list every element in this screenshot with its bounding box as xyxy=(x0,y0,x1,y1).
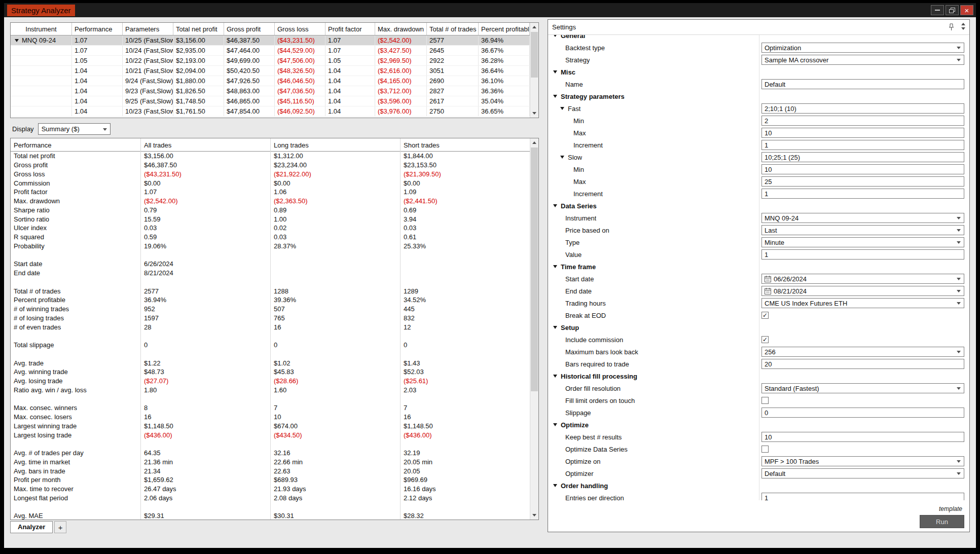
select-optimizer[interactable]: Default xyxy=(761,468,964,478)
checkbox-break-at-eod[interactable]: ✓ xyxy=(761,312,769,319)
summary-scrollbar[interactable] xyxy=(530,138,538,520)
settings-row-entries-per-direction[interactable]: Entries per direction1 xyxy=(548,492,969,500)
settings-row-name[interactable]: NameDefault xyxy=(548,78,969,90)
select-strategy[interactable]: Sample MA crossover xyxy=(761,55,964,65)
settings-row-type[interactable]: TypeMinute xyxy=(548,236,969,248)
checkbox-optimize-data-series[interactable] xyxy=(761,446,769,453)
input-min[interactable]: 10 xyxy=(761,164,964,174)
input-keep-best-results[interactable]: 10 xyxy=(761,432,964,442)
results-row[interactable]: 1.0410/23 (Fast,Slow)$1,761.50$47,854.00… xyxy=(11,106,530,117)
input-min[interactable]: 2 xyxy=(761,116,964,126)
minimize-button[interactable] xyxy=(931,5,944,15)
title-bar[interactable]: Strategy Analyzer × xyxy=(4,3,976,17)
settings-row-min[interactable]: Min2 xyxy=(548,115,969,127)
input-increment[interactable]: 1 xyxy=(761,189,964,199)
settings-row-break-at-eod[interactable]: Break at EOD✓ xyxy=(548,309,969,321)
input-entries-per-direction[interactable]: 1 xyxy=(761,493,964,500)
settings-row-increment[interactable]: Increment1 xyxy=(548,139,969,151)
expander-icon[interactable] xyxy=(553,265,557,268)
row-expander-icon[interactable] xyxy=(15,39,19,42)
results-column-header-gross-loss[interactable]: Gross loss xyxy=(275,23,325,35)
expander-icon[interactable] xyxy=(553,375,557,378)
settings-row-price-based-on[interactable]: Price based onLast xyxy=(548,224,969,236)
checkbox-include-commission[interactable]: ✓ xyxy=(761,336,769,343)
results-row[interactable]: 1.0410/21 (Fast,Slow)$2,094.00$50,420.50… xyxy=(11,66,530,76)
settings-row-end-date[interactable]: End date08/21/2024 xyxy=(548,285,969,297)
input-name[interactable]: Default xyxy=(761,79,964,89)
settings-row-strategy-parameters[interactable]: Strategy parameters xyxy=(548,90,969,102)
results-column-header-total-net-profit[interactable]: Total net profit xyxy=(173,23,224,35)
select-instrument[interactable]: MNQ 09-24 xyxy=(761,213,964,223)
results-column-header-parameters[interactable]: Parameters xyxy=(123,23,173,35)
results-grid-scrollbar[interactable] xyxy=(530,23,538,118)
settings-row-value[interactable]: Value1 xyxy=(548,248,969,261)
spin-up-icon[interactable] xyxy=(961,23,965,25)
results-column-header-instrument[interactable]: Instrument xyxy=(11,23,72,35)
select-optimize-on[interactable]: MPF > 100 Trades xyxy=(761,456,964,466)
scrollbar-thumb[interactable] xyxy=(531,32,538,78)
settings-row-misc[interactable]: Misc xyxy=(548,66,969,78)
spin-down-icon[interactable] xyxy=(961,27,965,30)
select-end-date[interactable]: 08/21/2024 xyxy=(761,286,964,296)
expander-icon[interactable] xyxy=(560,107,564,110)
expander-icon[interactable] xyxy=(553,95,557,98)
settings-row-min[interactable]: Min10 xyxy=(548,163,969,175)
results-column-header-performance[interactable]: Performance xyxy=(72,23,123,35)
expander-icon[interactable] xyxy=(553,35,557,37)
settings-row-fill-limit-orders-on-touch[interactable]: Fill limit orders on touch xyxy=(548,394,969,407)
select-trading-hours[interactable]: CME US Index Futures ETH xyxy=(761,298,964,308)
results-column-header-total-of-trades[interactable]: Total # of trades xyxy=(427,23,479,35)
settings-row-fast[interactable]: Fast2;10;1 (10) xyxy=(548,102,969,115)
select-price-based-on[interactable]: Last xyxy=(761,225,964,235)
settings-row-instrument[interactable]: InstrumentMNQ 09-24 xyxy=(548,212,969,224)
settings-row-backtest-type[interactable]: Backtest typeOptimization xyxy=(548,42,969,54)
settings-row-start-date[interactable]: Start date06/26/2024 xyxy=(548,273,969,285)
display-select[interactable]: Summary ($) xyxy=(38,123,111,135)
settings-row-increment[interactable]: Increment1 xyxy=(548,188,969,200)
settings-row-include-commission[interactable]: Include commission✓ xyxy=(548,334,969,346)
expander-icon[interactable] xyxy=(553,204,557,207)
select-order-fill-resolution[interactable]: Standard (Fastest) xyxy=(761,383,964,393)
input-max[interactable]: 25 xyxy=(761,176,964,187)
select-start-date[interactable]: 06/26/2024 xyxy=(761,274,964,284)
checkbox-fill-limit-orders-on-touch[interactable] xyxy=(761,397,769,404)
expander-icon[interactable] xyxy=(553,484,557,487)
expander-icon[interactable] xyxy=(553,326,557,329)
settings-row-optimizer[interactable]: OptimizerDefault xyxy=(548,467,969,479)
settings-row-order-handling[interactable]: Order handling xyxy=(548,479,969,492)
results-column-header-profit-factor[interactable]: Profit factor xyxy=(325,23,375,35)
input-slippage[interactable]: 0 xyxy=(761,408,964,418)
pin-button[interactable] xyxy=(949,23,954,33)
settings-row-max[interactable]: Max10 xyxy=(548,127,969,139)
input-increment[interactable]: 1 xyxy=(761,140,964,150)
settings-row-optimize-data-series[interactable]: Optimize Data Series xyxy=(548,443,969,455)
settings-row-optimize[interactable]: Optimize xyxy=(548,419,969,431)
results-row[interactable]: 1.049/25 (Fast,Slow)$1,748.50$46,865.00(… xyxy=(11,96,530,106)
settings-row-slippage[interactable]: Slippage0 xyxy=(548,407,969,419)
settings-row-keep-best-results[interactable]: Keep best # results10 xyxy=(548,431,969,443)
results-row[interactable]: 1.0710/24 (Fast,Slow)$2,935.00$47,464.00… xyxy=(11,46,530,56)
results-row[interactable]: MNQ 09-241.0710/25 (Fast,Slow)$3,156.00$… xyxy=(11,35,530,46)
settings-row-strategy[interactable]: StrategySample MA crossover xyxy=(548,54,969,66)
scroll-down-button[interactable] xyxy=(530,511,538,520)
settings-row-order-fill-resolution[interactable]: Order fill resolutionStandard (Fastest) xyxy=(548,382,969,394)
run-button[interactable]: Run xyxy=(920,515,964,528)
add-tab-button[interactable]: + xyxy=(54,521,66,533)
scroll-down-button[interactable] xyxy=(530,109,538,118)
select-maximum-bars-look-back[interactable]: 256 xyxy=(761,347,964,357)
settings-row-max[interactable]: Max25 xyxy=(548,175,969,188)
scrollbar-thumb[interactable] xyxy=(531,147,538,391)
results-column-header-percent-profitable[interactable]: Percent profitable xyxy=(479,23,530,35)
template-link[interactable]: template xyxy=(939,505,962,512)
input-bars-required-to-trade[interactable]: 20 xyxy=(761,359,964,369)
input-fast[interactable]: 2;10;1 (10) xyxy=(761,103,964,114)
settings-row-bars-required-to-trade[interactable]: Bars required to trade20 xyxy=(548,358,969,370)
settings-row-optimize-on[interactable]: Optimize onMPF > 100 Trades xyxy=(548,455,969,467)
input-value[interactable]: 1 xyxy=(761,249,964,260)
results-row[interactable]: 1.0510/22 (Fast,Slow)$2,193.00$49,699.00… xyxy=(11,56,530,66)
results-row[interactable]: 1.049/24 (Fast,Slow)$1,880.00$47,926.50(… xyxy=(11,76,530,86)
results-column-header-max-drawdown[interactable]: Max. drawdown xyxy=(375,23,427,35)
results-column-header-gross-profit[interactable]: Gross profit xyxy=(224,23,275,35)
expander-icon[interactable] xyxy=(553,423,557,426)
expander-icon[interactable] xyxy=(560,156,564,159)
